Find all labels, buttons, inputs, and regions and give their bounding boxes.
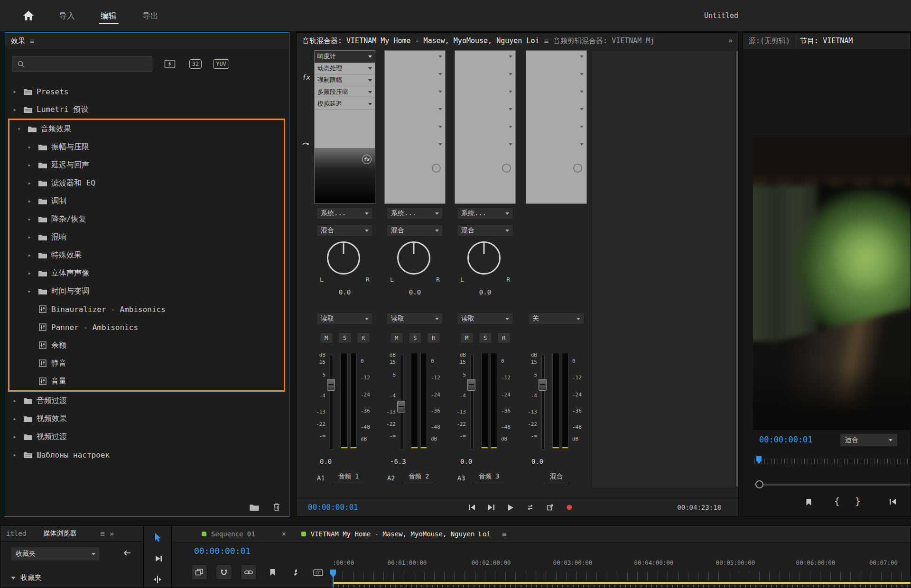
fx-slot-caret[interactable]: [580, 126, 584, 128]
pan-knob[interactable]: [397, 241, 430, 275]
pan-value[interactable]: 0.0: [384, 288, 446, 296]
fader-track[interactable]: [330, 355, 333, 450]
effects-tree-item-effect[interactable]: Binauralizer - Ambisonics: [9, 300, 284, 318]
fader-handle[interactable]: [539, 379, 547, 391]
effects-tree-item-effect[interactable]: 静音: [9, 354, 284, 372]
fx-slot-caret[interactable]: [509, 91, 512, 93]
track-s-button[interactable]: S: [338, 332, 352, 343]
favorites-select[interactable]: 收藏夹: [11, 547, 100, 561]
pan-value[interactable]: 0.0: [455, 288, 516, 296]
fader-value[interactable]: -6.3: [390, 458, 406, 465]
automation-select[interactable]: 读取: [457, 312, 513, 325]
output-select[interactable]: 混合: [457, 224, 513, 237]
effects-tree-item-folder[interactable]: ▸调制: [9, 192, 284, 210]
fader-track[interactable]: [400, 355, 403, 450]
tab-program-monitor[interactable]: 节目: VIETNAM: [800, 37, 853, 46]
panel-menu-icon[interactable]: ≡: [30, 37, 35, 46]
fx-slot-caret[interactable]: [509, 126, 512, 128]
captions-button[interactable]: CC: [311, 565, 325, 579]
search-input[interactable]: [28, 60, 147, 68]
effects-tree-item-folder[interactable]: ▸降杂/恢复: [9, 210, 284, 228]
effects-tree-item-folder[interactable]: ▸振幅与压限: [9, 138, 284, 156]
mixer-scrollbar[interactable]: [736, 51, 739, 487]
fx-slot-caret[interactable]: [438, 143, 442, 146]
track-m-button[interactable]: M: [390, 332, 403, 343]
snap-toggle-button[interactable]: [216, 565, 232, 580]
fx-slot[interactable]: 多频段压缩: [315, 86, 375, 98]
ripple-edit-tool-button[interactable]: [148, 570, 167, 588]
track-s-button[interactable]: S: [479, 332, 492, 343]
effects-tree-item-folder[interactable]: ▸视频过渡: [5, 428, 289, 446]
twisty-icon[interactable]: ▸: [9, 88, 20, 95]
track-s-button[interactable]: S: [409, 332, 422, 343]
track-name[interactable]: 音频 3: [473, 472, 505, 483]
panel-menu-icon[interactable]: ≡: [100, 529, 105, 538]
fx-slot-caret[interactable]: [580, 73, 584, 75]
input-select[interactable]: 系统...: [387, 207, 443, 220]
fx-slot-caret[interactable]: [509, 55, 512, 58]
panel-menu-icon[interactable]: ≡: [544, 37, 548, 46]
effects-tree-item-effect[interactable]: 余额: [9, 336, 284, 354]
fx-slot[interactable]: 响度计: [315, 51, 375, 63]
automation-select[interactable]: 关: [528, 312, 585, 325]
effects-tree-item-folder[interactable]: ▾音频效果: [9, 120, 284, 138]
add-marker-button[interactable]: [806, 498, 812, 506]
go-to-out-icon[interactable]: [488, 504, 495, 511]
tab-media-browser[interactable]: 媒体浏览器: [43, 529, 76, 538]
mark-in-button[interactable]: {: [834, 496, 840, 507]
twisty-icon[interactable]: ▸: [9, 451, 20, 458]
tab-overflow-icon[interactable]: »: [728, 37, 733, 45]
loop-icon[interactable]: [526, 504, 534, 511]
effects-tree-item-bin[interactable]: ▸Шаблоны настроек: [5, 446, 289, 464]
nest-toggle-button[interactable]: [191, 565, 207, 580]
program-mini-timeline[interactable]: [754, 459, 911, 464]
twisty-icon[interactable]: ▸: [24, 288, 35, 294]
program-timecode[interactable]: 00:00:00:01: [759, 435, 813, 444]
twisty-icon[interactable]: ▸: [24, 162, 35, 168]
automation-select[interactable]: 读取: [387, 312, 443, 325]
record-icon[interactable]: [566, 504, 573, 511]
twisty-icon[interactable]: ▸: [24, 216, 35, 222]
twisty-icon[interactable]: ▸: [24, 180, 35, 186]
fx-slot-caret[interactable]: [438, 108, 442, 110]
fx-slot-caret[interactable]: [438, 91, 442, 93]
delete-button[interactable]: [273, 503, 280, 512]
fx-slot-caret[interactable]: [438, 126, 442, 128]
fx-slot-caret[interactable]: [580, 143, 584, 146]
track-r-button[interactable]: R: [497, 332, 511, 343]
tab-overflow-icon[interactable]: »: [110, 529, 114, 538]
tab-audio-clip-mixer[interactable]: 音频剪辑混合器: VIETNAM Mj: [553, 37, 654, 46]
automation-select[interactable]: 读取: [316, 312, 373, 325]
yuv-filter-button[interactable]: YUV: [213, 57, 229, 71]
effects-tree-item-folder[interactable]: ▸滤波器和 EQ: [9, 174, 284, 192]
sequence-tab-0[interactable]: Sequence 01×: [194, 526, 294, 542]
fx-slot[interactable]: 模拟延迟: [315, 98, 375, 110]
track-r-button[interactable]: R: [427, 332, 440, 343]
favorites-tree-item[interactable]: 收藏夹: [11, 573, 42, 582]
panel-menu-icon[interactable]: ≡: [502, 530, 507, 539]
fader-value[interactable]: 0.0: [320, 458, 332, 465]
pan-value[interactable]: 0.0: [314, 288, 375, 296]
fader-value[interactable]: 0.0: [460, 458, 472, 465]
fx-slot-caret[interactable]: [509, 73, 512, 75]
fx-slot-caret[interactable]: [509, 108, 512, 110]
track-name[interactable]: 音频 2: [403, 472, 435, 483]
fader-track[interactable]: [470, 355, 474, 450]
fx-slot-caret[interactable]: [580, 55, 584, 58]
effects-tree-item-folder[interactable]: ▸延迟与回声: [9, 156, 284, 174]
twisty-icon[interactable]: ▸: [24, 144, 35, 150]
twisty-icon[interactable]: ▸: [24, 270, 35, 276]
fx-bypass-circle[interactable]: [432, 164, 441, 173]
program-zoom-handle[interactable]: [755, 480, 763, 488]
accelerated-effects-filter-button[interactable]: [162, 57, 178, 71]
twisty-icon[interactable]: ▾: [13, 126, 25, 132]
effects-tree-item-folder[interactable]: ▸混响: [9, 228, 284, 246]
output-select[interactable]: 混合: [316, 224, 373, 237]
input-select[interactable]: 系统...: [457, 207, 513, 220]
program-zoom-scrollbar[interactable]: [754, 484, 911, 486]
twisty-icon[interactable]: ▸: [9, 415, 20, 422]
tab-audio-track-mixer[interactable]: 音轨混合器: VIETNAM My Home - Masew, MyoMouse…: [302, 37, 539, 46]
timeline-ruler[interactable]: :00:0000:01:00:0000:02:00:0000:03:00:000…: [333, 555, 911, 588]
twisty-icon[interactable]: ▸: [9, 433, 20, 440]
effects-tree-item-bin[interactable]: ▸Presets: [5, 83, 289, 101]
